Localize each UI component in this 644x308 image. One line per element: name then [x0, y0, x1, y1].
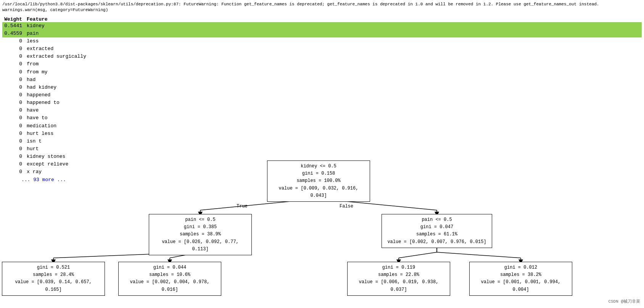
weight-cell: 0	[2, 138, 25, 145]
svg-line-16	[437, 252, 521, 258]
weight-cell: 0.4559	[2, 30, 25, 37]
table-row: 0extracted	[2, 45, 642, 53]
feature-cell: happened	[25, 91, 101, 99]
table-header: Weight Feature	[2, 16, 642, 22]
feature-cell: isn t	[25, 138, 101, 145]
l2ll-line1: gini = 0.521	[6, 264, 101, 271]
feature-cell: hurt less	[25, 130, 101, 138]
l1l-line4: value = [0.026, 0.092, 0.77, 0.113]	[153, 238, 248, 253]
weight-cell: 0.5441	[2, 22, 25, 30]
weight-cell: 0	[2, 84, 25, 91]
table-row: 0from my	[2, 68, 642, 76]
weight-cell: 0	[2, 53, 25, 60]
feature-cell: extracted surgically	[25, 53, 101, 60]
table-row: 0had	[2, 76, 642, 84]
feature-cell: happened to	[25, 99, 101, 107]
table-row: 0isn t	[2, 138, 642, 145]
l2rl-line1: gini = 0.119	[351, 264, 446, 271]
watermark: CSDN @械刀非菜	[608, 298, 640, 304]
l1l-line1: pain <= 0.5	[153, 216, 248, 224]
l2lr-line1: gini = 0.044	[122, 264, 217, 271]
feature-cell: extracted	[25, 45, 101, 53]
weight-cell: 0	[2, 91, 25, 99]
weight-cell: 0	[2, 37, 25, 45]
table-row: 0medication	[2, 122, 642, 130]
l1l-line3: samples = 38.9%	[153, 231, 248, 238]
l1r-line3: samples = 61.1%	[386, 231, 488, 238]
feature-cell: from	[25, 60, 101, 68]
l1r-line2: gini = 0.047	[386, 224, 488, 231]
weight-cell: 0	[2, 68, 25, 76]
feature-cell: have to	[25, 114, 101, 122]
level2-lr-node: gini = 0.044 samples = 10.6% value = [0.…	[118, 262, 221, 296]
table-row: 0hurt	[2, 145, 642, 153]
feature-cell: hurt	[25, 145, 101, 153]
tree-container: kidney <= 0.5 gini = 0.158 samples = 100…	[0, 160, 644, 308]
feature-cell: kidney	[25, 22, 101, 30]
table-row: 0from	[2, 60, 642, 68]
l2rr-line1: gini = 0.012	[473, 264, 568, 271]
l2ll-line2: samples = 28.4%	[6, 271, 101, 279]
level2-ll-node: gini = 0.521 samples = 28.4% value = [0.…	[2, 262, 105, 296]
level2-rl-node: gini = 0.119 samples = 22.8% value = [0.…	[347, 262, 450, 296]
table-row: 0.4559pain	[2, 30, 642, 37]
feature-cell: less	[25, 37, 101, 45]
root-line3: samples = 100.0%	[271, 177, 366, 185]
table-row: 0extracted surgically	[2, 53, 642, 60]
table-row: 0had kidney	[2, 84, 642, 91]
weight-cell: 0	[2, 45, 25, 53]
feature-cell: from my	[25, 68, 101, 76]
table-row: 0happened to	[2, 99, 642, 107]
warning-line1: /usr/local/lib/python3.8/dist-packages/s…	[2, 2, 642, 7]
root-node: kidney <= 0.5 gini = 0.158 samples = 100…	[267, 160, 370, 202]
weight-cell: 0	[2, 153, 25, 160]
root-line1: kidney <= 0.5	[271, 163, 366, 170]
weight-cell: 0	[2, 130, 25, 138]
level1-right-node: pain <= 0.5 gini = 0.047 samples = 61.1%…	[382, 214, 492, 248]
l2rl-line2: samples = 22.8%	[351, 271, 446, 279]
decision-tree-section: kidney <= 0.5 gini = 0.158 samples = 100…	[0, 160, 644, 308]
weight-header: Weight	[2, 16, 25, 22]
l1r-line4: value = [0.002, 0.007, 0.976, 0.015]	[386, 238, 488, 246]
weight-cell: 0	[2, 99, 25, 107]
root-line4: value = [0.009, 0.032, 0.916, 0.043]	[271, 185, 366, 199]
level1-left-node: pain <= 0.5 gini = 0.385 samples = 38.9%…	[149, 214, 252, 255]
feature-cell: had	[25, 76, 101, 84]
false-label: False	[340, 204, 353, 209]
feature-cell: had kidney	[25, 84, 101, 91]
warning-line2: warnings.warn(msg, category=FutureWarnin…	[2, 7, 642, 13]
l2rr-line2: samples = 38.2%	[473, 271, 568, 279]
true-label: True	[237, 204, 248, 209]
table-row: 0hurt less	[2, 130, 642, 138]
feature-cell: pain	[25, 30, 101, 37]
svg-line-13	[399, 252, 437, 258]
l1r-line1: pain <= 0.5	[386, 216, 488, 224]
l2ll-line3: value = [0.039, 0.14, 0.657, 0.165]	[6, 279, 101, 293]
table-row: 0kidney stones	[2, 153, 642, 160]
feature-cell: have	[25, 107, 101, 114]
table-row: 0less	[2, 37, 642, 45]
feature-table: Weight Feature 0.5441kidney0.4559pain0le…	[0, 15, 644, 184]
l2lr-line3: value = [0.002, 0.004, 0.978, 0.016]	[122, 279, 217, 293]
weight-cell: 0	[2, 76, 25, 84]
feature-cell: kidney stones	[25, 153, 101, 160]
table-row: 0have to	[2, 114, 642, 122]
weight-cell: 0	[2, 114, 25, 122]
table-row: 0have	[2, 107, 642, 114]
l1l-line2: gini = 0.385	[153, 224, 248, 231]
warning-section: /usr/local/lib/python3.8/dist-packages/s…	[0, 0, 644, 15]
l2rr-line3: value = [0.001, 0.001, 0.994, 0.004]	[473, 279, 568, 293]
weight-cell: 0	[2, 145, 25, 153]
feature-header: Feature	[25, 16, 101, 22]
table-row: 0.5441kidney	[2, 22, 642, 30]
feature-cell: medication	[25, 122, 101, 130]
table-row: 0happened	[2, 91, 642, 99]
weight-cell: 0	[2, 107, 25, 114]
l2lr-line2: samples = 10.6%	[122, 271, 217, 279]
root-line2: gini = 0.158	[271, 170, 366, 177]
l2rl-line3: value = [0.006, 0.019, 0.938, 0.037]	[351, 279, 446, 293]
weight-cell: 0	[2, 60, 25, 68]
level2-rr-node: gini = 0.012 samples = 38.2% value = [0.…	[469, 262, 572, 296]
weight-cell: 0	[2, 122, 25, 130]
